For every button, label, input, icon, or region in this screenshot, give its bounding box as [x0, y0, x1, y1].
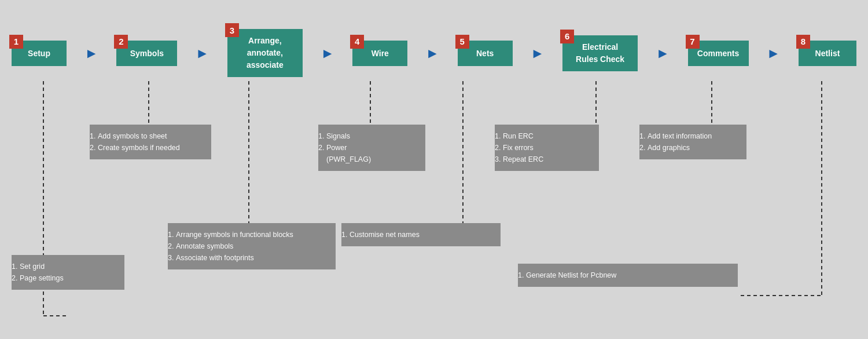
info-netlist-list: Generate Netlist for Pcbnew	[526, 269, 730, 281]
info-wire: Signals Power(PWR_FLAG)	[318, 125, 425, 171]
step-7-wrapper: 7 Comments	[688, 41, 749, 66]
step-6-wrapper: 6 ElectricalRules Check	[562, 35, 638, 71]
info-setup-list: Set grid Page settings	[20, 261, 116, 284]
info-arrange: Arrange symbols in functional blocks Ann…	[168, 223, 336, 269]
list-item: Run ERC	[503, 130, 591, 142]
list-item: Add text information	[648, 130, 738, 142]
arrow-6-7: ►	[656, 45, 670, 61]
list-item: Signals	[326, 130, 417, 142]
info-symbols: Add symbols to sheet Create symbols if n…	[90, 125, 211, 159]
info-netlist: Generate Netlist for Pcbnew	[518, 264, 738, 287]
info-erc-list: Run ERC Fix errors Repeat ERC	[503, 130, 591, 165]
arrow-3-4: ►	[321, 45, 334, 61]
badge-1: 1	[9, 35, 23, 49]
info-setup: Set grid Page settings	[12, 255, 124, 290]
badge-5: 5	[455, 35, 469, 49]
info-nets: Customise net names	[341, 223, 501, 246]
info-comments-list: Add text information Add graphics	[648, 130, 738, 154]
list-item: Create symbols if needed	[98, 142, 203, 154]
arrow-4-5: ►	[426, 45, 440, 61]
info-comments: Add text information Add graphics	[639, 125, 746, 159]
info-symbols-list: Add symbols to sheet Create symbols if n…	[98, 130, 203, 154]
list-item: Fix errors	[503, 142, 591, 154]
list-item: Arrange symbols in functional blocks	[176, 229, 328, 240]
step-4-wrapper: 4 Wire	[352, 41, 407, 66]
diagram: 1 Setup ► 2 Symbols ► 3 Arrange,annotate…	[0, 0, 868, 339]
list-item: Associate with footprints	[176, 252, 328, 264]
badge-6: 6	[560, 30, 574, 43]
list-item: Set grid	[20, 261, 116, 272]
list-item: Customise net names	[350, 229, 492, 240]
list-item: Generate Netlist for Pcbnew	[526, 269, 730, 281]
arrow-1-2: ►	[84, 46, 98, 60]
badge-4: 4	[350, 35, 364, 49]
step-5-wrapper: 5 Nets	[458, 41, 513, 66]
arrow-2-3: ►	[196, 45, 209, 61]
info-wire-list: Signals Power(PWR_FLAG)	[326, 130, 417, 165]
step-2-wrapper: 2 Symbols	[116, 41, 177, 66]
arrow-7-8: ►	[767, 45, 781, 61]
badge-2: 2	[114, 35, 128, 49]
list-item: Add graphics	[648, 142, 738, 154]
info-nets-list: Customise net names	[350, 229, 492, 240]
list-item: Power(PWR_FLAG)	[326, 142, 417, 165]
badge-3: 3	[225, 23, 239, 37]
list-item: Add symbols to sheet	[98, 130, 203, 142]
list-item: Annotate symbols	[176, 240, 328, 252]
info-arrange-list: Arrange symbols in functional blocks Ann…	[176, 229, 328, 264]
badge-7: 7	[686, 35, 700, 49]
step-1-wrapper: 1 Setup	[12, 41, 67, 66]
step-3-wrapper: 3 Arrange,annotate,associate	[227, 29, 303, 77]
list-item: Repeat ERC	[503, 154, 591, 165]
arrow-5-6: ►	[531, 45, 545, 61]
step-8-wrapper: 8 Netlist	[799, 41, 856, 66]
badge-8: 8	[796, 35, 810, 49]
list-item: Page settings	[20, 272, 116, 284]
info-erc: Run ERC Fix errors Repeat ERC	[495, 125, 599, 171]
